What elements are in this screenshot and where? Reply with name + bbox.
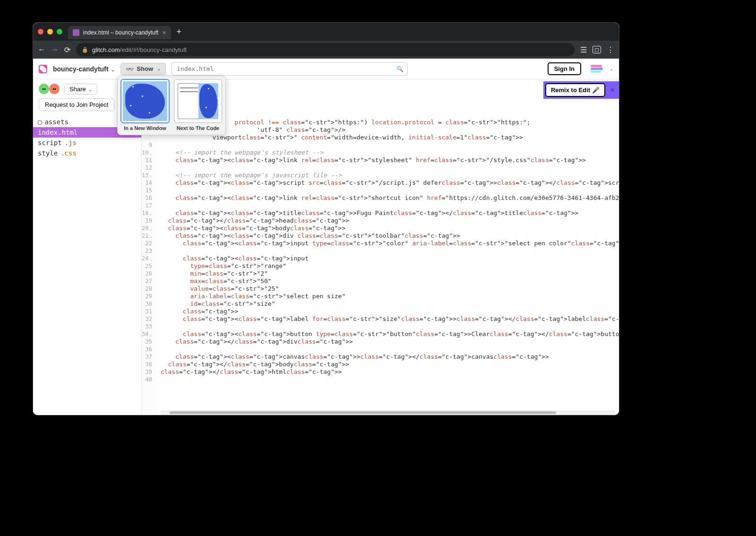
chevron-down-icon: ⌄ bbox=[157, 66, 161, 71]
glitch-logo-icon[interactable] bbox=[39, 65, 47, 73]
new-tab-button[interactable]: + bbox=[177, 27, 182, 37]
tab-title: index.html – bouncy-candytuft bbox=[83, 29, 158, 36]
close-banner-icon[interactable]: ✕ bbox=[610, 86, 615, 94]
chevron-down-icon[interactable]: ⌄ bbox=[610, 66, 613, 71]
request-join-button[interactable]: Request to Join Project bbox=[39, 98, 114, 111]
show-option-next-to-code[interactable]: Next to The Code bbox=[174, 80, 222, 131]
glasses-icon: 👓 bbox=[126, 65, 134, 73]
file-item[interactable]: style.css bbox=[33, 148, 141, 158]
microphone-icon: 🎤 bbox=[592, 86, 600, 94]
search-icon: 🔍 bbox=[396, 66, 404, 72]
presence-avatar[interactable]: •• bbox=[39, 84, 49, 94]
profile-icon[interactable]: ◻ bbox=[593, 46, 601, 53]
line-gutter: 9101112131415161718192021222324252627282… bbox=[142, 115, 157, 415]
reader-icon[interactable]: ☰ bbox=[580, 45, 587, 54]
share-button[interactable]: Share ⌄ bbox=[64, 84, 97, 95]
file-search[interactable]: 🔍 bbox=[172, 62, 408, 76]
presence-avatar[interactable]: •• bbox=[49, 84, 60, 94]
address-field[interactable]: 🔒 glitch.com/edit/#!/bouncy-candytuft bbox=[76, 43, 575, 56]
close-tab-icon[interactable]: × bbox=[162, 29, 166, 36]
file-sidebar: ▢assets index.htmlscript.jsstyle.css bbox=[33, 115, 142, 415]
chevron-down-icon: ⌄ bbox=[111, 67, 115, 72]
minimize-window-button[interactable] bbox=[47, 29, 53, 35]
show-dropdown: In a New Window Next to The Code bbox=[117, 76, 226, 135]
forward-button[interactable]: → bbox=[51, 45, 59, 54]
show-option-new-window[interactable]: In a New Window bbox=[121, 80, 169, 131]
thumbnail-new-window bbox=[121, 80, 169, 122]
editor-main: ▢assets index.htmlscript.jsstyle.css 910… bbox=[33, 115, 619, 415]
close-window-button[interactable] bbox=[38, 29, 43, 35]
url-bar: ← → ⟳ 🔒 glitch.com/edit/#!/bouncy-candyt… bbox=[33, 41, 619, 59]
code-content[interactable]: protocol !== class="c-str">"https:") loc… bbox=[157, 115, 619, 415]
project-name[interactable]: bouncy-candytuft ⌄ bbox=[53, 65, 115, 73]
file-item[interactable]: script.js bbox=[33, 138, 141, 148]
lock-icon: 🔒 bbox=[82, 47, 88, 53]
code-editor[interactable]: 9101112131415161718192021222324252627282… bbox=[142, 115, 619, 415]
avatar-icon[interactable] bbox=[591, 65, 603, 73]
reload-button[interactable]: ⟳ bbox=[64, 45, 70, 54]
horizontal-scrollbar[interactable] bbox=[161, 410, 615, 415]
favicon-icon bbox=[73, 29, 79, 36]
titlebar: index.html – bouncy-candytuft × + bbox=[33, 23, 619, 41]
show-button[interactable]: 👓 Show ⌄ bbox=[120, 63, 166, 75]
thumbnail-next-to-code bbox=[174, 80, 222, 122]
menu-icon[interactable]: ⋮ bbox=[607, 45, 614, 54]
url-path: /edit/#!/bouncy-candytuft bbox=[120, 46, 187, 53]
window-controls bbox=[38, 29, 62, 35]
remix-button[interactable]: Remix to Edit 🎤 bbox=[545, 83, 605, 97]
search-input[interactable] bbox=[177, 65, 403, 72]
maximize-window-button[interactable] bbox=[57, 29, 62, 35]
signin-button[interactable]: Sign In bbox=[548, 62, 581, 75]
browser-tab[interactable]: index.html – bouncy-candytuft × bbox=[68, 26, 171, 39]
back-button[interactable]: ← bbox=[38, 45, 45, 54]
url-host: glitch.com bbox=[92, 46, 120, 53]
folder-icon: ▢ bbox=[38, 118, 42, 126]
remix-banner: Remix to Edit 🎤 ✕ bbox=[543, 81, 619, 99]
